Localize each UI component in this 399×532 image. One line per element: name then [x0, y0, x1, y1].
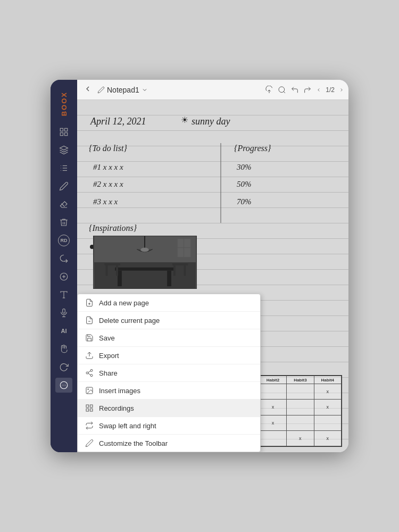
- svg-text:70%: 70%: [237, 197, 252, 206]
- svg-rect-2: [60, 133, 63, 136]
- back-button[interactable]: [81, 84, 94, 96]
- svg-text:☀: ☀: [181, 115, 188, 124]
- share-icon: [85, 369, 94, 377]
- hand-icon[interactable]: [55, 342, 72, 356]
- svg-text:sunny day: sunny day: [192, 116, 230, 127]
- redo-icon[interactable]: [303, 86, 312, 94]
- svg-rect-50: [172, 263, 188, 265]
- refresh-icon[interactable]: [55, 360, 72, 375]
- svg-text:#3  x x x: #3 x x x: [93, 197, 118, 206]
- recordings-icon: [85, 404, 94, 412]
- more-icon[interactable]: [55, 378, 72, 393]
- svg-rect-48: [106, 265, 108, 276]
- menu-item-swap[interactable]: Swap left and right: [78, 417, 260, 435]
- edit-title-icon: [97, 86, 105, 94]
- sidebar-icons: RD AI: [55, 124, 72, 446]
- svg-rect-15: [63, 309, 65, 313]
- menu-item-recordings[interactable]: Recordings: [78, 400, 260, 417]
- image-icon: [85, 386, 94, 395]
- col-habit2: Habit2: [259, 376, 286, 384]
- svg-point-43: [140, 248, 149, 252]
- main-area: Notepad1 1/2 April 12, 2021 ☀ sunny d: [77, 80, 348, 452]
- menu-item-add-page[interactable]: Add a new page: [78, 294, 260, 312]
- context-menu: Add a new page Delete current page Save …: [77, 294, 261, 452]
- room-illustration: [94, 236, 196, 288]
- rd-label: RD: [58, 235, 70, 246]
- svg-point-62: [90, 375, 93, 377]
- boox-logo: BOOX: [60, 92, 68, 116]
- menu-label-share: Share: [99, 369, 118, 377]
- svg-rect-51: [173, 265, 176, 276]
- lasso-icon[interactable]: [55, 251, 72, 266]
- col-habit3: Habit3: [287, 376, 314, 384]
- svg-line-64: [88, 371, 91, 372]
- document-title: Notepad1: [107, 86, 139, 94]
- svg-text:#1  x x x x: #1 x x x x: [93, 163, 123, 171]
- file-minus-icon: [85, 316, 94, 325]
- document-title-area: Notepad1: [97, 86, 262, 94]
- col-habit4: Habit4: [314, 376, 341, 384]
- menu-label-customize: Customize the Toolbar: [99, 439, 168, 447]
- swap-icon: [85, 421, 94, 430]
- svg-point-23: [279, 87, 285, 93]
- list-icon[interactable]: [55, 161, 72, 176]
- svg-point-66: [88, 389, 89, 390]
- customize-icon: [85, 439, 94, 447]
- svg-rect-3: [65, 133, 68, 136]
- clear-icon[interactable]: [55, 215, 72, 230]
- layers-icon[interactable]: [55, 143, 72, 157]
- title-dropdown-icon[interactable]: [142, 87, 148, 93]
- svg-line-63: [88, 373, 91, 375]
- sidebar: BOOX: [51, 80, 77, 452]
- svg-rect-47: [105, 263, 120, 265]
- page-prev-icon[interactable]: [316, 86, 321, 94]
- file-plus-icon: [85, 298, 94, 307]
- svg-line-24: [284, 92, 285, 93]
- menu-label-delete-page: Delete current page: [99, 317, 160, 325]
- menu-label-insert-images: Insert images: [99, 387, 140, 395]
- menu-label-swap: Swap left and right: [99, 422, 156, 430]
- save-icon: [85, 334, 94, 342]
- menu-item-insert-images[interactable]: Insert images: [78, 382, 260, 400]
- menu-label-save: Save: [99, 334, 115, 342]
- svg-rect-68: [86, 409, 89, 411]
- svg-rect-67: [86, 405, 89, 408]
- add-icon[interactable]: [55, 269, 72, 284]
- svg-text:{Inspirations}: {Inspirations}: [89, 223, 137, 233]
- cloud-sync-icon[interactable]: [265, 86, 273, 94]
- menu-label-add-page: Add a new page: [99, 299, 149, 307]
- svg-rect-45: [118, 271, 122, 286]
- pencil-icon[interactable]: [55, 179, 72, 194]
- text-icon[interactable]: [55, 287, 72, 302]
- notebook-area: April 12, 2021 ☀ sunny day {To do list} …: [77, 100, 348, 452]
- page-next-icon[interactable]: [339, 86, 344, 94]
- menu-item-customize-toolbar[interactable]: Customize the Toolbar: [78, 435, 260, 452]
- top-bar-right: 1/2: [265, 86, 344, 94]
- export-icon: [85, 351, 94, 360]
- menu-item-share[interactable]: Share: [78, 364, 260, 382]
- svg-rect-70: [90, 409, 93, 411]
- ai-icon[interactable]: AI: [55, 323, 72, 338]
- svg-text:30%: 30%: [236, 163, 252, 171]
- svg-text:{To do list}: {To do list}: [89, 144, 127, 153]
- svg-text:April 12, 2021: April 12, 2021: [90, 116, 146, 127]
- search-icon[interactable]: [278, 86, 286, 94]
- mic-icon[interactable]: [55, 305, 72, 320]
- menu-item-save[interactable]: Save: [78, 329, 260, 347]
- device-frame: BOOX: [51, 80, 348, 452]
- menu-item-delete-page[interactable]: Delete current page: [78, 312, 260, 329]
- grid-icon[interactable]: [55, 124, 72, 139]
- undo-icon[interactable]: [290, 86, 299, 94]
- rd-icon[interactable]: RD: [55, 233, 72, 248]
- svg-point-61: [86, 372, 88, 374]
- svg-rect-1: [65, 129, 68, 131]
- photo-content: [94, 236, 196, 288]
- menu-item-export[interactable]: Export: [78, 347, 260, 364]
- svg-point-20: [63, 385, 64, 386]
- svg-rect-44: [115, 268, 175, 271]
- menu-label-export: Export: [99, 352, 119, 360]
- inserted-photo: [93, 236, 197, 289]
- svg-rect-49: [116, 265, 118, 276]
- svg-text:#2  x x x x: #2 x x x x: [93, 180, 123, 188]
- eraser-icon[interactable]: [55, 197, 72, 212]
